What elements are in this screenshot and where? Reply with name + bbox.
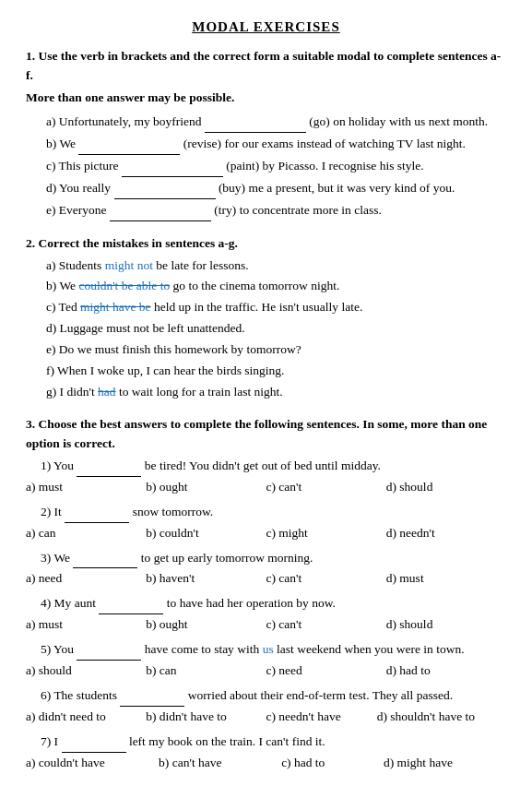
q6-opt-a[interactable]: a) didn't need to [26,708,146,727]
blank-q7[interactable] [62,732,126,753]
q6-options: a) didn't need to b) didn't have to c) n… [26,708,506,727]
blank-1c[interactable] [122,157,223,177]
q5-options: a) should b) can c) need d) had to [26,661,506,681]
q5-opt-b[interactable]: b) can [146,661,266,681]
q2-opt-c[interactable]: c) might [266,524,386,543]
section2-instruction: 2. Correct the mistakes in sentences a-g… [26,234,506,254]
q3-opt-a[interactable]: a) need [26,569,146,589]
blank-1e[interactable] [110,201,211,221]
section2-item-b: b) We couldn't be able to go to the cine… [46,277,506,296]
blank-q2[interactable] [65,503,129,523]
page-title: MODAL EXERCISES [26,17,506,38]
question-2: 2) It snow tomorrow. a) can b) couldn't … [26,503,506,543]
q4-text: 4) My aunt to have had her operation by … [41,594,506,614]
section1-instruction: 1. Use the verb in brackets and the corr… [26,47,506,86]
q4-opt-b[interactable]: b) ought [146,615,266,635]
q4-opt-d[interactable]: d) should [386,615,506,635]
blank-1b[interactable] [78,135,180,155]
section3: 3. Choose the best answers to complete t… [26,415,506,773]
section3-instr-text: 3. Choose the best answers to complete t… [26,417,487,431]
section2-item-a: a) Students might not be late for lesson… [46,256,506,276]
q6-opt-c[interactable]: c) needn't have [266,708,377,727]
q5-opt-c[interactable]: c) need [266,661,386,681]
q7-opt-a[interactable]: a) couldn't have [26,754,159,773]
section1: 1. Use the verb in brackets and the corr… [26,47,506,220]
q7-options: a) couldn't have b) can't have c) had to… [26,754,506,773]
section2: 2. Correct the mistakes in sentences a-g… [26,234,506,402]
q1-opt-b[interactable]: b) ought [146,478,266,497]
s2b-error: couldn't be able to [78,279,170,292]
q6-opt-d[interactable]: d) shouldn't have to [377,708,506,727]
q3-opt-b[interactable]: b) haven't [146,569,266,589]
blank-q1[interactable] [77,457,141,477]
question-1: 1) You be tired! You didn't get out of b… [26,457,506,497]
q2-options: a) can b) couldn't c) might d) needn't [26,524,506,543]
q6-opt-b[interactable]: b) didn't have to [146,708,266,727]
q1-text: 1) You be tired! You didn't get out of b… [41,457,506,477]
s2a-text: might not [105,258,153,272]
q7-opt-c[interactable]: c) had to [281,754,384,773]
q3-text: 3) We to get up early tomorrow morning. [41,549,506,569]
q3-options: a) need b) haven't c) can't d) must [26,569,506,589]
q3-opt-d[interactable]: d) must [386,569,506,589]
section3-instruction: 3. Choose the best answers to complete t… [26,415,506,454]
section1-item-d: d) You really (buy) me a present, but it… [46,179,506,199]
blank-1d[interactable] [114,179,216,199]
q7-opt-d[interactable]: d) might have [384,754,506,773]
question-5: 5) You have come to stay with us last we… [26,640,506,681]
q2-opt-a[interactable]: a) can [26,524,146,543]
section1-item-c: c) This picture (paint) by Picasso. I re… [46,157,506,177]
section2-item-c: c) Ted might have be held up in the traf… [46,298,506,317]
blank-q6[interactable] [120,686,184,707]
question-7: 7) I left my book on the train. I can't … [26,732,506,773]
q2-text: 2) It snow tomorrow. [41,503,506,523]
q7-opt-b[interactable]: b) can't have [159,754,281,773]
q1-options: a) must b) ought c) can't d) should [26,478,506,497]
question-6: 6) The students worried about their end-… [26,686,506,727]
blank-q4[interactable] [99,594,163,614]
section3-instr2-text: option is correct. [26,436,115,450]
q2-opt-b[interactable]: b) couldn't [146,524,266,543]
q6-text: 6) The students worried about their end-… [41,686,506,707]
q7-text: 7) I left my book on the train. I can't … [41,732,506,753]
question-3: 3) We to get up early tomorrow morning. … [26,549,506,590]
q5-text: 5) You have come to stay with us last we… [41,640,506,661]
q4-opt-a[interactable]: a) must [26,615,146,635]
blank-q3[interactable] [73,549,137,569]
q2-opt-d[interactable]: d) needn't [386,524,506,543]
section2-item-e: e) Do we must finish this homework by to… [46,340,506,360]
s2c-error: might have be [80,300,150,314]
section1-sub: More than one answer may be possible. [26,89,506,108]
q4-options: a) must b) ought c) can't d) should [26,615,506,635]
section1-item-e: e) Everyone (try) to concentrate more in… [46,201,506,221]
blank-q5[interactable] [77,640,141,661]
q1-opt-d[interactable]: d) should [386,478,506,497]
q4-opt-c[interactable]: c) can't [266,615,386,635]
q5-us: us [263,642,274,656]
s2g-error: had [98,385,116,399]
section2-item-f: f) When I woke up, I can hear the birds … [46,362,506,381]
q1-opt-c[interactable]: c) can't [266,478,386,497]
question-4: 4) My aunt to have had her operation by … [26,594,506,635]
q1-opt-a[interactable]: a) must [26,478,146,497]
section2-item-g: g) I didn't had to wait long for a train… [46,383,506,402]
section1-item-a: a) Unfortunately, my boyfriend (go) on h… [46,113,506,133]
q3-opt-c[interactable]: c) can't [266,569,386,589]
q5-opt-a[interactable]: a) should [26,661,146,681]
section1-item-b: b) We (revise) for our exams instead of … [46,135,506,155]
q5-opt-d[interactable]: d) had to [386,661,506,681]
blank-1a[interactable] [205,113,306,133]
section2-item-d: d) Luggage must not be left unattended. [46,319,506,339]
